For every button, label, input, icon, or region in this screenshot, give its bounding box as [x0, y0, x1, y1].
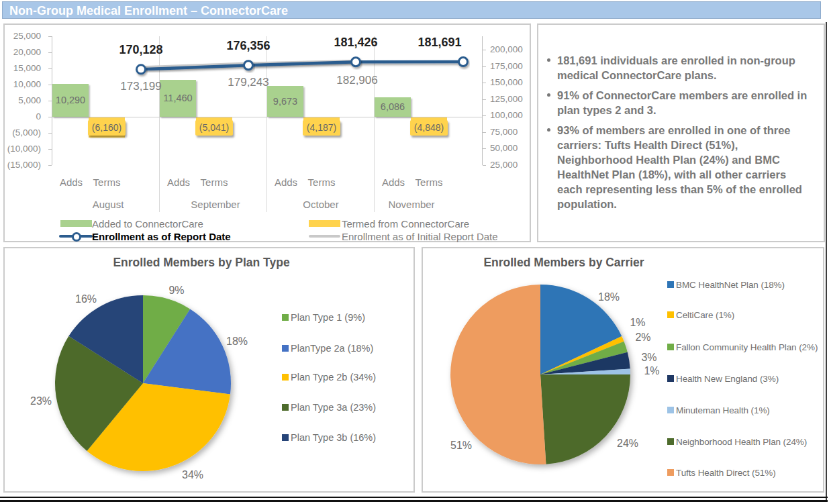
report-enrollment-value: 170,128 [119, 43, 162, 57]
pie-percent-label: 18% [226, 336, 248, 348]
report-enrollment-line [141, 62, 463, 69]
left-axis-tick [48, 149, 52, 150]
legend-label-initial: Enrollment as of Initial Report Date [342, 231, 498, 242]
category-label-adds: Adds [382, 177, 405, 188]
left-axis-tick [48, 165, 52, 166]
bar-terms-label-box: (4,187) [303, 120, 340, 136]
left-axis-tick-label: 15,000 [13, 63, 41, 73]
category-label-adds: Adds [167, 177, 190, 188]
report-enrollment-value: 176,356 [226, 39, 270, 53]
legend-label-added: Added to ConnectorCare [92, 218, 203, 230]
legend-swatch-added [60, 220, 92, 227]
pie-percent-label: 51% [450, 440, 472, 452]
pie-percent-label: 2% [635, 332, 650, 344]
pie-legend-swatch [667, 344, 674, 350]
plan-type-pie-svg [5, 248, 413, 491]
right-axis-tick-label: 50,000 [490, 143, 518, 153]
pie-percent-label: 1% [644, 365, 659, 377]
category-label-terms: Terms [416, 177, 443, 188]
pie-legend-label: Plan Type 3b (16%) [291, 432, 376, 443]
initial-enrollment-value: 182,906 [336, 74, 377, 87]
right-axis-tick-label: 25,000 [490, 160, 518, 170]
left-axis-tick [48, 101, 52, 101]
pie-percent-label: 18% [598, 291, 620, 303]
legend-label-report: Enrollment as of Report Date [92, 231, 231, 242]
page-title: Non-Group Medical Enrollment – Connector… [2, 1, 821, 19]
pie-legend-swatch [282, 345, 289, 352]
category-label-terms: Terms [201, 177, 228, 188]
left-axis-tick-label: (10,000) [7, 144, 41, 154]
legend-marker-report [72, 232, 81, 242]
month-separator-line [266, 36, 267, 212]
dashboard: Non-Group Medical Enrollment – Connector… [0, 0, 829, 504]
left-axis-tick-label: (15,000) [7, 160, 41, 170]
left-axis-tick-label: 10,000 [13, 79, 41, 89]
report-enrollment-value: 181,691 [418, 36, 461, 50]
left-axis-tick [48, 68, 52, 69]
left-axis-tick-label: 20,000 [13, 47, 41, 57]
category-label-terms: Terms [93, 177, 121, 188]
right-axis-tick-label: 175,000 [490, 61, 523, 71]
bullet-list: 181,691 individuals are enrolled in non-… [538, 25, 824, 211]
page-break-line-vertical [826, 22, 827, 502]
pie-legend-label: CeltiCare (1%) [676, 310, 734, 320]
month-label: September [191, 199, 240, 210]
category-label-adds: Adds [275, 177, 297, 188]
pie-legend-label: PlanType 2a (18%) [291, 343, 373, 354]
report-enrollment-marker [352, 58, 360, 66]
pie-legend-label: BMC HealthNet Plan (18%) [676, 280, 785, 290]
left-axis-tick [48, 36, 52, 37]
pie-percent-label: 1% [630, 317, 645, 329]
bar-terms-label-box: (5,041) [195, 120, 233, 136]
right-axis-tick [483, 83, 486, 83]
pie-percent-label: 23% [30, 395, 52, 407]
month-label: November [388, 199, 434, 210]
initial-enrollment-line [141, 61, 356, 68]
bar-adds-label: 6,086 [381, 101, 405, 112]
pie-legend-swatch [667, 469, 674, 476]
pie-legend-label: Plan Type 1 (9%) [291, 312, 365, 323]
left-axis-tick [48, 133, 52, 134]
summary-bullets-panel: 181,691 individuals are enrolled in non-… [537, 23, 825, 242]
pie-legend-swatch [282, 434, 289, 441]
pie-legend-swatch [282, 404, 289, 411]
report-enrollment-marker [244, 61, 253, 70]
right-axis-tick-label: 200,000 [490, 44, 523, 54]
pie-slice [450, 285, 546, 464]
pie-percent-label: 16% [75, 293, 97, 305]
category-label-terms: Terms [308, 177, 336, 188]
pie-legend-label: Plan Type 2b (34%) [291, 372, 376, 383]
pie-legend-swatch [667, 407, 674, 413]
right-axis-tick-label: 75,000 [490, 127, 518, 137]
bar-terms-label-box: (6,160) [88, 120, 126, 136]
month-label: October [303, 199, 338, 210]
legend-line-initial [309, 235, 340, 238]
right-axis-tick [483, 99, 486, 100]
right-axis-tick [483, 50, 486, 50]
category-label-adds: Adds [60, 177, 83, 188]
pie-legend-swatch [667, 281, 674, 288]
left-axis-tick [48, 85, 52, 85]
bar-adds-label: 11,460 [163, 93, 192, 103]
right-axis-tick [483, 148, 486, 149]
left-axis-tick-label: 25,000 [13, 31, 41, 41]
page-break-line-bottom-1 [0, 497, 828, 498]
pie-legend-label: Fallon Community Health Plan (2%) [676, 342, 818, 352]
plan-type-pie-chart: Enrolled Members by Plan Type 9%18%34%23… [3, 247, 415, 493]
report-enrollment-marker [459, 57, 468, 66]
left-axis-tick-label: 0 [36, 111, 41, 121]
pie-percent-label: 24% [617, 438, 638, 450]
right-axis-tick [483, 132, 486, 133]
pie-legend-swatch [667, 438, 674, 445]
left-axis-tick-label: 5,000 [18, 95, 41, 105]
right-axis-tick-label: 125,000 [490, 94, 523, 104]
pie-legend-label: Neighborhood Health Plan (24%) [676, 437, 807, 447]
pie-legend-swatch [282, 314, 289, 321]
legend-label-termed: Termed from ConnectorCare [342, 218, 469, 230]
bar-adds-label: 9,673 [273, 96, 297, 107]
pie-legend-swatch [282, 374, 289, 381]
pie-legend-label: Plan Type 3a (23%) [291, 402, 376, 413]
page-break-line-bottom-2 [0, 500, 828, 502]
pie-legend-swatch [667, 375, 674, 382]
pie-legend-label: Health New England (3%) [676, 374, 779, 384]
